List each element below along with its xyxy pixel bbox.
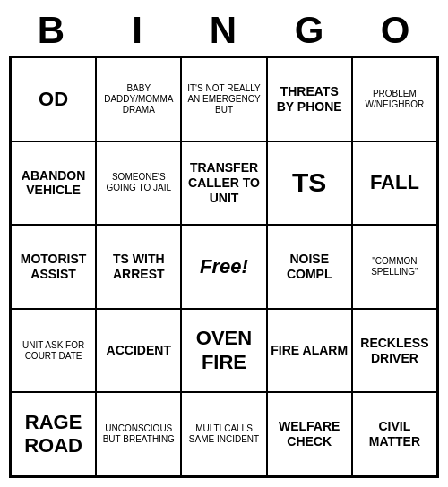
bingo-cell-7: TRANSFER CALLER TO UNIT	[181, 141, 266, 226]
bingo-cell-12: Free!	[181, 225, 266, 309]
bingo-cell-8: TS	[267, 141, 352, 226]
bingo-cell-10: MOTORIST ASSIST	[11, 225, 96, 309]
bingo-cell-9: FALL	[352, 141, 437, 226]
bingo-cell-23: WELFARE CHECK	[267, 392, 352, 476]
bingo-cell-22: MULTI CALLS SAME INCIDENT	[181, 392, 266, 476]
title-o: O	[353, 9, 439, 52]
bingo-cell-11: TS WITH ARREST	[96, 225, 181, 309]
bingo-cell-19: RECKLESS DRIVER	[352, 309, 437, 393]
title-g: G	[267, 9, 353, 52]
bingo-title: B I N G O	[9, 9, 439, 52]
bingo-cell-20: RAGE ROAD	[11, 392, 96, 476]
title-n: N	[181, 9, 267, 52]
bingo-cell-17: OVEN FIRE	[181, 309, 266, 393]
title-b: B	[9, 9, 95, 52]
bingo-cell-14: "COMMON SPELLING"	[352, 225, 437, 309]
bingo-cell-21: UNCONSCIOUS BUT BREATHING	[96, 392, 181, 476]
bingo-grid: ODBABY DADDY/MOMMA DRAMAIT'S NOT REALLY …	[9, 56, 439, 478]
bingo-cell-6: SOMEONE'S GOING TO JAIL	[96, 141, 181, 226]
bingo-cell-3: THREATS BY PHONE	[267, 57, 352, 141]
bingo-cell-18: FIRE ALARM	[267, 309, 352, 393]
bingo-cell-2: IT'S NOT REALLY AN EMERGENCY BUT	[181, 57, 266, 141]
bingo-cell-13: NOISE COMPL	[267, 225, 352, 309]
bingo-cell-15: UNIT ASK FOR COURT DATE	[11, 309, 96, 393]
bingo-cell-4: PROBLEM W/NEIGHBOR	[352, 57, 437, 141]
title-i: I	[95, 9, 181, 52]
bingo-cell-0: OD	[11, 57, 96, 141]
bingo-cell-5: ABANDON VEHICLE	[11, 141, 96, 226]
bingo-cell-16: ACCIDENT	[96, 309, 181, 393]
bingo-cell-1: BABY DADDY/MOMMA DRAMA	[96, 57, 181, 141]
bingo-cell-24: CIVIL MATTER	[352, 392, 437, 476]
